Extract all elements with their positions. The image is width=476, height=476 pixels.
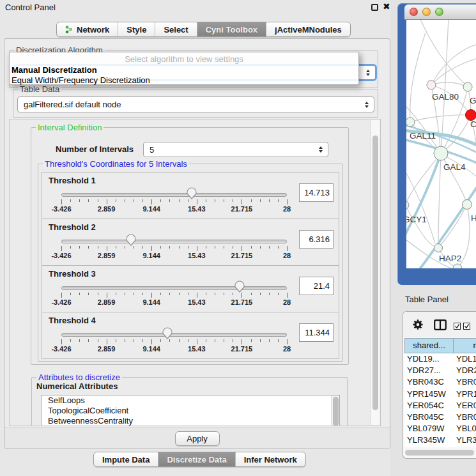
network-edge [438, 204, 467, 248]
tab-infer-network[interactable]: Infer Network [236, 452, 305, 466]
table-data-combobox[interactable]: galFiltered.sif default node [17, 96, 374, 112]
number-of-intervals-combobox[interactable]: 5 [143, 142, 328, 157]
axis-tick [70, 199, 71, 202]
table-row[interactable]: YBR043CYBR0 [404, 376, 476, 388]
tab-select[interactable]: Select [155, 22, 197, 36]
network-node-green[interactable] [463, 82, 472, 91]
table-row[interactable]: YLR345WYLR3 [404, 434, 476, 446]
cell-shared-name: YBR043C [404, 376, 454, 388]
axis-tick [88, 246, 89, 249]
threshold-slider[interactable]: -3.4262.8599.14415.4321.71528 [61, 234, 287, 265]
table-row[interactable]: YDR27...YDR2 [404, 365, 476, 376]
axis-tick [79, 293, 80, 295]
window-zoom-icon[interactable] [435, 8, 443, 16]
axis-tick [169, 293, 170, 295]
cell-name: YDL1 [454, 353, 476, 365]
window-minimize-icon[interactable] [422, 8, 431, 16]
float-window-icon[interactable] [371, 4, 378, 11]
threshold-value-field[interactable]: 6.316 [299, 230, 334, 249]
tab-style[interactable]: Style [118, 22, 155, 36]
select-all-checkbox-icon[interactable] [454, 322, 461, 332]
axis-tick [169, 246, 170, 249]
window-close-icon[interactable] [410, 8, 418, 16]
settings-scrollbar-thumb[interactable] [372, 135, 378, 410]
slider-track[interactable] [61, 333, 287, 337]
table-row[interactable]: YDL19...YDL1 [404, 353, 476, 365]
threshold-panel-1: Threshold 1-3.4262.8599.14415.4321.71528… [42, 172, 339, 219]
slider-thumb[interactable] [162, 326, 173, 339]
deselect-all-checkbox-icon[interactable] [463, 322, 470, 332]
network-icon [65, 25, 73, 34]
threshold-value-field[interactable]: 14.713 [299, 183, 334, 202]
tab-label: Cyni Toolbox [206, 25, 257, 35]
axis-tick-label: 15.43 [178, 205, 216, 213]
attributes-scrollbar-thumb[interactable] [333, 397, 339, 426]
cell-name: YLR3 [454, 434, 476, 446]
threshold-slider[interactable]: -3.4262.8599.14415.4321.71528 [61, 328, 287, 358]
axis-tick [242, 293, 242, 298]
algorithm-option-equal-width[interactable]: Equal Width/Frequency Discretization [12, 75, 150, 85]
algorithm-hint-item[interactable]: Select algorithm to view settings [10, 54, 358, 64]
threshold-value-field[interactable]: 11.344 [299, 323, 334, 342]
tab-network[interactable]: Network [57, 22, 118, 36]
network-view-window[interactable]: GAL80GACGAL11GAL4GCY1HHAP2 [397, 3, 476, 285]
node-label-hap2: HAP2 [439, 254, 461, 263]
slider-track[interactable] [61, 193, 287, 197]
attribute-item-selfloops[interactable]: SelfLoops [42, 395, 339, 406]
slider-track[interactable] [61, 240, 287, 243]
screen: Control Panel ✖ NetworkStyleSelectCyni T… [0, 0, 476, 476]
tab-label: Style [127, 25, 146, 35]
columns-icon[interactable] [434, 319, 447, 332]
cell-name: YDR2 [454, 365, 476, 376]
axis-tick [151, 246, 152, 251]
axis-tick-label: 2.859 [88, 298, 126, 306]
slider-thumb[interactable] [125, 233, 137, 246]
attributes-scrollbar[interactable] [331, 395, 339, 426]
network-node-green[interactable] [434, 146, 448, 160]
settings-scrollbar[interactable] [371, 120, 380, 425]
attribute-item-topologicalcoefficient[interactable]: TopologicalCoefficient [42, 406, 339, 416]
table-row[interactable]: YER054CYER0 [404, 400, 476, 411]
network-node-green[interactable] [406, 201, 409, 209]
numerical-attributes-list[interactable]: SelfLoopsTopologicalCoefficientBetweenne… [41, 395, 340, 426]
column-header-2[interactable]: n [453, 338, 476, 353]
axis-tick [206, 246, 206, 249]
table-header-row: shared...n [404, 338, 476, 353]
table-data-group: Table Data galFiltered.sif default node [13, 89, 378, 118]
table-row[interactable]: YBR045CYBR0 [404, 411, 476, 423]
axis-tick-label: -3.426 [42, 345, 81, 353]
gear-icon[interactable] [412, 319, 424, 332]
apply-button[interactable]: Apply [175, 431, 220, 446]
tab-discretize-data[interactable]: Discretize Data [158, 452, 235, 466]
slider-track[interactable] [61, 286, 287, 290]
network-node-green[interactable] [434, 244, 443, 252]
threshold-slider[interactable]: -3.4262.8599.14415.4321.71528 [61, 188, 287, 219]
network-node-green[interactable] [463, 200, 472, 210]
network-canvas[interactable]: GAL80GACGAL11GAL4GCY1HHAP2 [406, 20, 476, 268]
network-edge [406, 205, 438, 248]
axis-tick [79, 339, 80, 342]
tab-impute-data[interactable]: Impute Data [94, 452, 158, 466]
table-row[interactable]: YPR145WYPR1 [404, 388, 476, 400]
slider-thumb[interactable] [234, 280, 245, 293]
threshold-slider[interactable]: -3.4262.8599.14415.4321.71528 [61, 281, 287, 312]
network-node-green[interactable] [406, 118, 415, 127]
number-of-intervals-label: Number of Intervals [56, 144, 134, 154]
column-header-1[interactable]: shared... [404, 338, 454, 353]
axis-tick [269, 246, 270, 249]
table-horizontal-scrollbar[interactable] [405, 450, 474, 456]
algorithm-option-manual[interactable]: Manual Discretization [12, 65, 97, 75]
attribute-item-betweennesscentrality[interactable]: BetweennessCentrality [42, 416, 339, 426]
close-icon[interactable]: ✖ [383, 1, 390, 12]
axis-tick [188, 199, 188, 202]
tab-cyni-toolbox[interactable]: Cyni Toolbox [197, 22, 266, 36]
slider-thumb[interactable] [186, 187, 197, 199]
threshold-value-field[interactable]: 21.4 [299, 277, 334, 295]
table-row[interactable]: YIL052CYIL0 [404, 447, 476, 448]
tab-jactivemnodules[interactable]: jActiveMNodules [266, 22, 350, 36]
network-node-red[interactable] [466, 110, 476, 121]
network-node-pink[interactable] [427, 81, 436, 89]
table-row[interactable]: YBL079WYBL0 [404, 423, 476, 434]
axis-tick [70, 293, 71, 295]
network-window-titlebar[interactable] [404, 4, 476, 20]
